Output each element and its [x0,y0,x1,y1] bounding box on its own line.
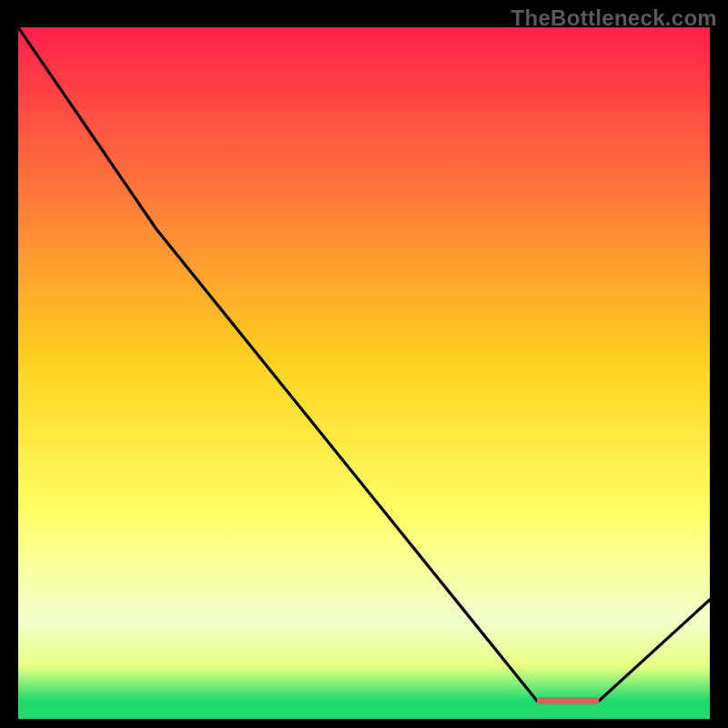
gradient-base-strip [18,701,710,719]
optimal-marker [537,697,599,704]
chart-frame: TheBottleneck.com [0,0,728,728]
watermark-text: TheBottleneck.com [511,5,717,31]
gradient-background [18,27,710,701]
bottleneck-chart [18,27,710,719]
